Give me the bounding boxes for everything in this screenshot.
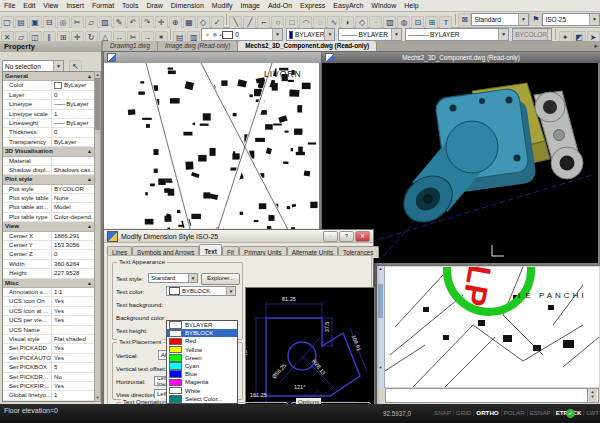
menu-insert[interactable]: Insert [62, 0, 88, 11]
menu-express[interactable]: Express [296, 0, 329, 11]
property-row[interactable]: Width360.6264 [3, 260, 94, 269]
spell-check-icon[interactable]: ✓ [211, 16, 224, 29]
color-option[interactable]: Blue [167, 370, 237, 378]
color-option[interactable]: Green [167, 354, 237, 362]
property-row[interactable]: Plot table att...Model [3, 203, 94, 212]
menu-tools[interactable]: Tools [118, 0, 142, 11]
property-row[interactable]: Layer0 [3, 91, 94, 100]
chevron-down-icon[interactable]: ▼ [272, 29, 282, 40]
text-style-combo[interactable]: Standard ▼ [148, 273, 198, 283]
color-option[interactable]: Red [167, 337, 237, 345]
menu-format[interactable]: Format [88, 0, 118, 11]
property-row[interactable]: Annotation s...1:1 [3, 288, 94, 297]
point-icon[interactable]: · [369, 16, 382, 29]
property-row[interactable]: Set PICKDR...No [3, 373, 94, 382]
site-bottom-bar[interactable]: ▲▼ [385, 388, 599, 403]
property-row[interactable]: Center Y153.3056 [3, 241, 94, 250]
lineweight-combo[interactable]: ———— BYLAYER ▼ [405, 28, 509, 41]
dialog-title-bar[interactable]: Modify Dimension Style ISO-25 · ? ✕ [104, 230, 373, 243]
circle-icon[interactable]: ○ [271, 16, 284, 29]
menu-easyarch[interactable]: EasyArch [329, 0, 367, 11]
property-section-header[interactable]: Plot style▲ [3, 175, 94, 184]
menu-modify[interactable]: Modify [208, 0, 237, 11]
property-scrollbar[interactable]: ▲ ▼ [94, 71, 101, 402]
window-title-bar[interactable]: Mechs2_3D_Component.dwg (Read-only) [322, 52, 600, 63]
property-row[interactable]: UCS icon OnYes [3, 297, 94, 306]
scroll-down-icon[interactable]: ▼ [95, 395, 100, 401]
menu-image[interactable]: Image [236, 0, 263, 11]
property-row[interactable]: Plot table typeColor-depend... [3, 213, 94, 222]
property-row[interactable]: Set PICKBOX5 [3, 363, 94, 372]
ellipse-icon[interactable]: ◗ [341, 16, 354, 29]
spinner-control[interactable]: ▲▼ [587, 389, 597, 402]
chevron-down-icon[interactable]: ▼ [547, 29, 552, 40]
dim-style-combo[interactable]: ISO-25 ▼ [542, 13, 600, 26]
text-color-dropdown-list[interactable]: BYLAYERBYBLOCKRedYellowGreenCyanBlueMage… [166, 320, 238, 404]
dim-style-manager-icon[interactable]: ⚑ [529, 13, 542, 26]
scrollbar-thumb[interactable] [95, 78, 100, 130]
property-row[interactable]: TransparencyByLayer [3, 138, 94, 147]
property-row[interactable]: Height227.9528 [3, 269, 94, 278]
property-row[interactable]: Global linetyp...1 [3, 391, 94, 400]
property-row[interactable]: Set PICKADDYes [3, 344, 94, 353]
property-row[interactable]: Cursor size100 [3, 401, 94, 402]
color-option[interactable]: Yellow [167, 346, 237, 354]
color-option[interactable]: BYBLOCK [167, 329, 237, 337]
color-option[interactable]: White [167, 387, 237, 395]
property-row[interactable]: Lineweight——ByLayer [3, 119, 94, 128]
property-row[interactable]: Set PICKFIR...Yes [3, 382, 94, 391]
dialog-close-button[interactable]: ✕ [355, 231, 370, 242]
rectangle-icon[interactable]: □ [285, 16, 298, 29]
document-tab[interactable]: Drawing1.dwg [103, 41, 158, 51]
chevron-down-icon[interactable]: ▼ [589, 14, 599, 25]
explorer-button[interactable]: Explorer... [201, 273, 240, 285]
donut-icon[interactable]: ◍ [397, 16, 410, 29]
status-toggle-grid[interactable]: GRID [454, 409, 474, 416]
chevron-down-icon[interactable]: ▼ [391, 29, 401, 40]
status-toggle-lwt[interactable]: LWT [584, 409, 600, 416]
polyline-icon[interactable]: ⌐ [257, 16, 270, 29]
property-row[interactable]: Plot styleBYCOLOR [3, 185, 94, 194]
site-map-canvas[interactable]: LP LE PANCHI [385, 267, 599, 387]
hatch-icon[interactable]: ▨ [383, 16, 396, 29]
dialog-help-button[interactable]: ? [339, 231, 354, 242]
property-section-header[interactable]: View▲ [3, 222, 94, 231]
window-title-bar[interactable] [104, 52, 321, 63]
insert-block-icon[interactable]: ⊡ [411, 16, 424, 29]
color-option[interactable]: Cyan [167, 362, 237, 370]
linetype-combo[interactable]: ——— BYLAYER ▼ [338, 28, 402, 41]
color-option[interactable]: Magenta [167, 378, 237, 386]
chevron-down-icon[interactable]: ▼ [518, 14, 528, 25]
revision-cloud-icon[interactable]: ◌ [313, 16, 326, 29]
site-map-window[interactable]: ▲ ▼ [376, 265, 600, 404]
property-section-header[interactable]: Misc▲ [3, 279, 94, 288]
color-option[interactable]: BYLAYER [167, 321, 237, 329]
menu-dimension[interactable]: Dimension [167, 0, 208, 11]
text-color-combo[interactable]: BYBLOCK ▼ [166, 286, 236, 296]
site-vertical-scrollbar[interactable]: ▲ ▼ [377, 266, 385, 388]
property-row[interactable]: Center X1886.291 [3, 232, 94, 241]
line-icon[interactable]: ╲ [229, 16, 242, 29]
property-row[interactable]: Visual styleFlat shaded [3, 335, 94, 344]
scrollbar-thumb[interactable] [378, 284, 383, 318]
chevron-down-icon[interactable]: ▼ [324, 29, 334, 40]
menu-help[interactable]: Help [400, 0, 422, 11]
status-toggle-ortho[interactable]: ORTHO [474, 409, 501, 416]
menu-file[interactable]: File [0, 0, 19, 11]
property-row[interactable]: Center Z0 [3, 250, 94, 259]
chevron-down-icon[interactable]: ▼ [498, 29, 508, 40]
chevron-down-icon[interactable]: ▼ [188, 274, 197, 282]
scroll-up-icon[interactable]: ▲ [377, 266, 384, 272]
menu-add-on[interactable]: Add-On [264, 0, 296, 11]
spline-icon[interactable]: ∿ [327, 16, 340, 29]
layer-freeze-icon[interactable]: ❄ [212, 31, 217, 38]
property-row[interactable]: Shadow displ...Shadows cas... [3, 166, 94, 175]
property-section-header[interactable]: General▲ [3, 72, 94, 81]
plotstyle-combo[interactable]: BYCOLOR ▼ [512, 28, 552, 41]
property-row[interactable]: ColorByLayer [3, 81, 94, 90]
menu-window[interactable]: Window [367, 0, 400, 11]
mtext-icon[interactable]: T [439, 16, 452, 29]
status-toggle-polar[interactable]: POLAR [502, 409, 528, 416]
polygon-icon[interactable]: ◇ [355, 16, 368, 29]
document-tab[interactable]: Image.dwg (Read-only) [158, 41, 238, 51]
